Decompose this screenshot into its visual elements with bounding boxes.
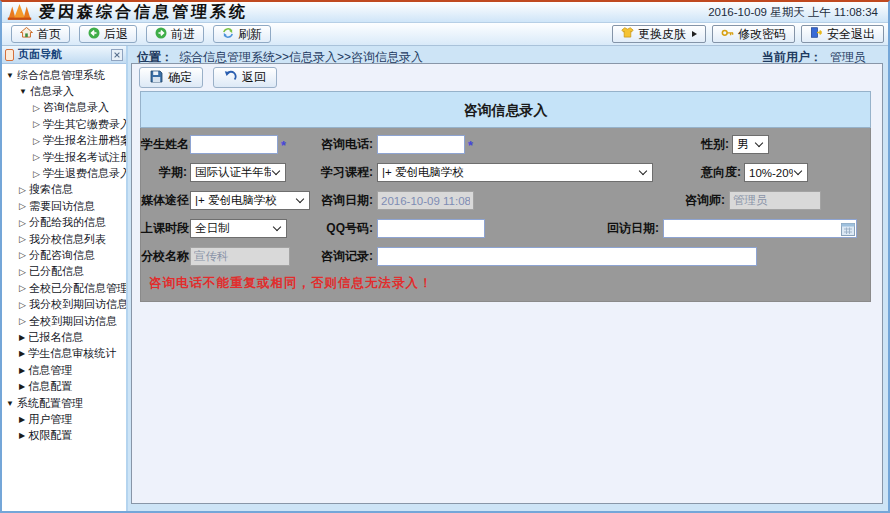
confirm-button[interactable]: 确定 xyxy=(139,67,203,88)
chevron-down-icon xyxy=(794,167,802,175)
consultant-input xyxy=(729,191,821,210)
sidebar-item[interactable]: ▼系统配置管理 xyxy=(2,395,126,411)
sidebar-header: 页面导航 xyxy=(2,46,126,64)
sidebar-item[interactable]: ▶信息配置 xyxy=(2,378,126,394)
media-channel-label: 媒体途径: xyxy=(141,191,187,210)
sidebar-item[interactable]: ▷分配咨询信息 xyxy=(2,247,126,263)
sidebar-item-label: 系统配置管理 xyxy=(17,396,83,411)
student-name-input[interactable] xyxy=(190,135,278,154)
sidebar-item[interactable]: ▶权限配置 xyxy=(2,428,126,444)
qq-label: QQ号码: xyxy=(281,219,373,238)
refresh-button[interactable]: 刷新 xyxy=(213,25,271,43)
sidebar-item[interactable]: ▷全校到期回访信息 xyxy=(2,313,126,329)
sidebar-item-label: 学生其它缴费录入 xyxy=(43,117,126,132)
home-button-label: 首页 xyxy=(37,26,61,43)
leaf-arrow-icon: ▷ xyxy=(19,234,26,244)
shirt-icon xyxy=(621,27,634,41)
consult-date-input xyxy=(377,191,474,210)
sidebar-item[interactable]: ▷分配给我的信息 xyxy=(2,215,126,231)
back-button-label: 后退 xyxy=(104,26,128,43)
sidebar-item[interactable]: ▶信息管理 xyxy=(2,362,126,378)
sidebar-item[interactable]: ▷搜索信息 xyxy=(2,182,126,198)
change-skin-button[interactable]: 更换皮肤 xyxy=(612,25,706,43)
sidebar-item[interactable]: ▷学生其它缴费录入 xyxy=(2,116,126,132)
sidebar-item-label: 咨询信息录入 xyxy=(43,100,109,115)
semester-label: 学期: xyxy=(141,163,187,182)
current-user-label: 当前用户： xyxy=(762,50,822,64)
sidebar-item-label: 分配给我的信息 xyxy=(29,215,106,230)
forward-button-label: 前进 xyxy=(171,26,195,43)
phone-duplicate-warning: 咨询电话不能重复或相同，否则信息无法录入！ xyxy=(149,275,433,292)
consultant-label: 咨询师: xyxy=(657,191,725,210)
form-title: 咨询信息录入 xyxy=(140,91,871,128)
sidebar-item[interactable]: ▷需要回访信息 xyxy=(2,198,126,214)
return-button-label: 返回 xyxy=(242,69,266,86)
consult-record-label: 咨询记录: xyxy=(281,247,373,266)
consult-phone-label: 咨询电话: xyxy=(281,135,373,154)
forward-button[interactable]: 前进 xyxy=(146,25,204,43)
sidebar-item[interactable]: ▼综合信息管理系统 xyxy=(2,67,126,83)
leaf-arrow-icon: ▷ xyxy=(19,185,26,195)
expand-arrow-icon: ▶ xyxy=(19,349,25,358)
return-button[interactable]: 返回 xyxy=(213,67,277,88)
sidebar-item-label: 综合信息管理系统 xyxy=(17,68,105,83)
logout-button[interactable]: 安全退出 xyxy=(801,25,884,43)
sidebar-item[interactable]: ▼信息录入 xyxy=(2,83,126,99)
sidebar-item[interactable]: ▷咨询信息录入 xyxy=(2,100,126,116)
leaf-arrow-icon: ▷ xyxy=(33,103,40,113)
refresh-icon xyxy=(222,27,234,42)
sidebar-item[interactable]: ▶用户管理 xyxy=(2,411,126,427)
key-icon xyxy=(721,27,734,41)
expand-arrow-icon: ▼ xyxy=(6,399,14,408)
sidebar-item[interactable]: ▶学生信息审核统计 xyxy=(2,346,126,362)
sidebar-item[interactable]: ▷已分配信息 xyxy=(2,264,126,280)
consult-record-input[interactable] xyxy=(377,247,757,266)
class-time-select[interactable]: 全日制 xyxy=(190,219,287,238)
sidebar-item-label: 需要回访信息 xyxy=(29,199,95,214)
intention-select[interactable]: 10%-20% xyxy=(744,163,808,182)
sidebar-item[interactable]: ▷学生退费信息录入 xyxy=(2,165,126,181)
sidebar-item[interactable]: ▷我分校到期回访信息 xyxy=(2,296,126,312)
class-time-label: 上课时段: xyxy=(141,219,187,238)
expand-arrow-icon: ▼ xyxy=(19,87,27,96)
sidebar-item-label: 信息录入 xyxy=(30,84,74,99)
semester-value: 国际认证半年制 xyxy=(195,165,271,180)
sidebar-item[interactable]: ▶已报名信息 xyxy=(2,329,126,345)
qq-input[interactable] xyxy=(377,219,485,238)
sidebar-item-label: 学生退费信息录入 xyxy=(43,166,126,181)
nav-tree: ▼综合信息管理系统▼信息录入▷咨询信息录入▷学生其它缴费录入▷学生报名注册档案录… xyxy=(2,64,126,511)
sidebar-item-label: 全校到期回访信息 xyxy=(29,314,117,329)
revisit-date-input[interactable] xyxy=(663,219,857,238)
course-select[interactable]: |+ 爱创电脑学校 xyxy=(377,163,653,182)
exit-door-icon xyxy=(810,27,823,41)
sidebar-close-icon[interactable] xyxy=(111,49,123,61)
app-title: 爱因森综合信息管理系统 xyxy=(38,2,248,23)
form-body: 学生姓名: * 咨询电话: * 性别: 男 学期: xyxy=(140,128,871,302)
back-arrow-icon xyxy=(88,27,100,42)
home-button[interactable]: 首页 xyxy=(11,25,70,43)
app-window: 爱因森综合信息管理系统 2016-10-09 星期天 上午 11:08:34 首… xyxy=(0,0,890,513)
datetime-text: 2016-10-09 星期天 上午 11:08:34 xyxy=(708,5,878,20)
gender-select[interactable]: 男 xyxy=(732,135,769,154)
semester-select[interactable]: 国际认证半年制 xyxy=(190,163,286,182)
sidebar-item[interactable]: ▷学生报名注册档案录 xyxy=(2,133,126,149)
leaf-arrow-icon: ▷ xyxy=(33,152,40,162)
change-password-button[interactable]: 修改密码 xyxy=(712,25,795,43)
sidebar-item[interactable]: ▷学生报名考试注册录 xyxy=(2,149,126,165)
app-logo-icon xyxy=(6,3,33,21)
leaf-arrow-icon: ▷ xyxy=(19,300,26,310)
sidebar-item[interactable]: ▷我分校信息列表 xyxy=(2,231,126,247)
back-button[interactable]: 后退 xyxy=(79,25,137,43)
sidebar-item-label: 信息管理 xyxy=(28,363,72,378)
submenu-arrow-icon xyxy=(692,31,697,37)
toolbar: 首页 后退 前进 刷新 更换皮肤 xyxy=(2,23,888,46)
sidebar-item[interactable]: ▷全校已分配信息管理 xyxy=(2,280,126,296)
expand-arrow-icon: ▶ xyxy=(19,382,25,391)
sidebar-item-label: 权限配置 xyxy=(28,428,72,443)
chevron-down-icon xyxy=(639,167,647,175)
consult-phone-input[interactable] xyxy=(377,135,465,154)
consult-entry-form: 咨询信息录入 学生姓名: * 咨询电话: * 性别: 男 xyxy=(140,91,871,302)
intention-label: 意向度: xyxy=(671,163,741,182)
class-time-value: 全日制 xyxy=(195,221,272,236)
calendar-icon[interactable] xyxy=(841,222,855,236)
